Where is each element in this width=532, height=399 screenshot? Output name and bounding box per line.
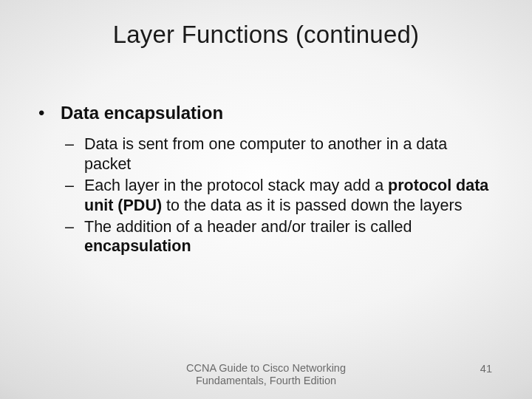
sub-bullets: – Data is sent from one computer to anot… <box>65 134 497 256</box>
page-number: 41 <box>480 363 492 375</box>
footer-source: CCNA Guide to Cisco Networking Fundament… <box>186 362 346 388</box>
sub-bullet: – Each layer in the protocol stack may a… <box>65 176 497 216</box>
bullet-level-1: • Data encapsulation <box>35 102 497 124</box>
sub-bullet: – Data is sent from one computer to anot… <box>65 134 497 174</box>
dash-icon: – <box>65 217 84 257</box>
bullet-dot-icon: • <box>35 102 61 124</box>
sub-bullet-text: Each layer in the protocol stack may add… <box>84 176 497 216</box>
footer-source-line2: Fundamentals, Fourth Edition <box>196 375 336 386</box>
dash-icon: – <box>65 134 84 174</box>
slide-footer: CCNA Guide to Cisco Networking Fundament… <box>0 362 532 392</box>
sub-bullet: – The addition of a header and/or traile… <box>65 217 497 257</box>
slide-title: Layer Functions (continued) <box>0 21 532 49</box>
footer-source-line1: CCNA Guide to Cisco Networking <box>186 362 346 374</box>
sub-bullet-text: Data is sent from one computer to anothe… <box>84 134 497 174</box>
dash-icon: – <box>65 176 84 216</box>
sub-bullet-text: The addition of a header and/or trailer … <box>84 217 497 257</box>
slide: Layer Functions (continued) • Data encap… <box>0 0 532 399</box>
heading-text: Data encapsulation <box>61 102 223 124</box>
slide-body: • Data encapsulation – Data is sent from… <box>35 102 497 258</box>
